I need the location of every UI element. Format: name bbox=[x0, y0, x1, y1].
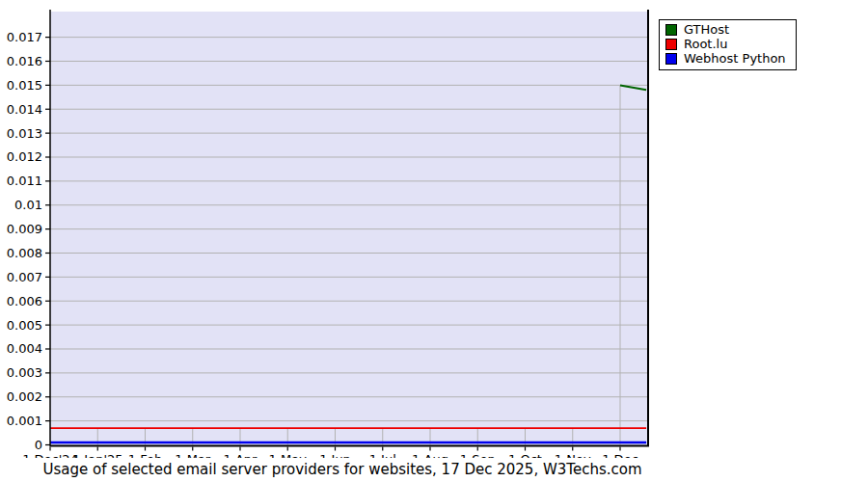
x-tick-label: 1 Dec bbox=[602, 452, 638, 459]
legend-item: Root.lu bbox=[665, 38, 786, 51]
y-tick-label: 0.01 bbox=[14, 198, 42, 212]
chart-title: Usage of selected email server providers… bbox=[0, 461, 685, 478]
x-tick-label: 1 Apr bbox=[224, 452, 258, 459]
y-tick-label: 0.015 bbox=[7, 78, 42, 93]
y-tick-label: 0.003 bbox=[7, 365, 42, 380]
y-tick-label: 0.007 bbox=[7, 270, 42, 284]
y-tick-label: 0.008 bbox=[7, 246, 42, 260]
legend-swatch-icon bbox=[665, 53, 677, 65]
x-tick-label: 1 Sep bbox=[460, 452, 496, 459]
legend-label: GTHost bbox=[684, 23, 729, 37]
legend: GTHostRoot.luWebhost Python bbox=[659, 19, 797, 70]
legend-item: GTHost bbox=[665, 23, 786, 37]
y-tick-label: 0.001 bbox=[7, 414, 42, 428]
x-tick-label: 1 Nov bbox=[555, 452, 591, 459]
y-tick-label: 0.006 bbox=[7, 294, 42, 308]
legend-swatch-icon bbox=[665, 39, 677, 50]
y-tick-label: 0.002 bbox=[7, 389, 42, 404]
x-tick-label: 1 Dec'24 bbox=[22, 452, 78, 459]
legend-label: Webhost Python bbox=[684, 52, 786, 66]
x-tick-label: 1 Jul bbox=[369, 452, 396, 459]
y-tick-label: 0.017 bbox=[7, 30, 42, 44]
y-tick-label: 0.009 bbox=[7, 222, 42, 236]
x-tick-label: 1 Feb bbox=[128, 452, 162, 459]
legend-item: Webhost Python bbox=[665, 52, 786, 66]
x-tick-label: 1 May bbox=[269, 452, 308, 459]
legend-swatch-icon bbox=[665, 24, 677, 36]
x-tick-label: 1 Aug bbox=[412, 452, 448, 459]
x-tick-label: 1 Jun bbox=[319, 452, 351, 459]
legend-label: Root.lu bbox=[684, 38, 727, 51]
y-tick-label: 0 bbox=[35, 438, 42, 452]
y-tick-label: 0.014 bbox=[7, 102, 42, 117]
usage-trend-chart: 00.0010.0020.0030.0040.0050.0060.0070.00… bbox=[0, 0, 868, 482]
y-tick-label: 0.011 bbox=[7, 174, 42, 188]
x-tick-label: 1 Oct bbox=[508, 452, 542, 459]
y-tick-label: 0.016 bbox=[7, 54, 42, 68]
x-tick-label: 1 Jan'25 bbox=[72, 452, 123, 459]
y-tick-label: 0.012 bbox=[7, 149, 42, 164]
x-tick-label: 1 Mar bbox=[175, 452, 211, 459]
y-tick-label: 0.005 bbox=[7, 318, 42, 333]
y-tick-label: 0.013 bbox=[7, 126, 42, 141]
y-tick-label: 0.004 bbox=[7, 341, 42, 356]
